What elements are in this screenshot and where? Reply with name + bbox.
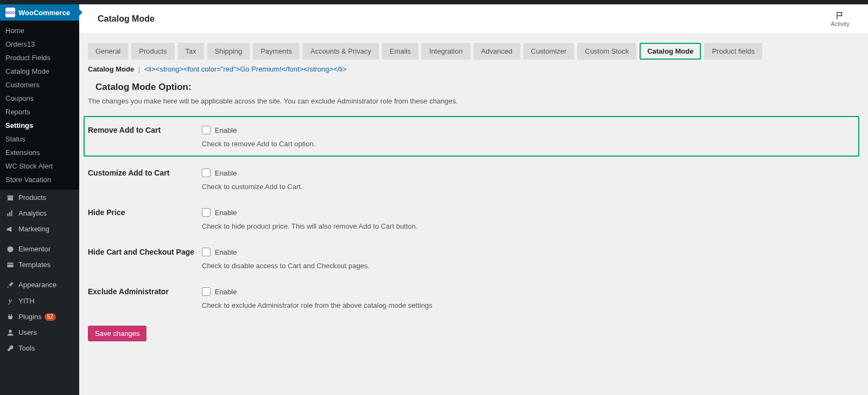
enable-label[interactable]: Enable [215, 288, 237, 296]
plugins-count-badge: 52 [44, 313, 56, 321]
sidebar-item-reports[interactable]: Reports [0, 105, 79, 119]
tab-shipping[interactable]: Shipping [207, 43, 250, 60]
sidebar-item-yith[interactable]: y YITH [0, 293, 79, 309]
woocommerce-icon: woo [5, 8, 15, 17]
row-helper: Check to disable access to Cart and Chec… [202, 262, 855, 270]
enable-label[interactable]: Enable [215, 169, 237, 177]
sidebar-item-orders[interactable]: Orders13 [0, 37, 79, 51]
customize-add-to-cart-checkbox[interactable] [202, 169, 210, 177]
chart-icon [5, 210, 15, 217]
hide-cart-checkout-checkbox[interactable] [202, 248, 210, 256]
sidebar-item-status[interactable]: Status [0, 132, 79, 146]
sidebar-item-label: Templates [18, 261, 50, 269]
tab-integration[interactable]: Integration [422, 43, 470, 60]
sidebar-item-label: Appearance [18, 281, 56, 289]
plugin-icon [5, 313, 15, 321]
row-label: Exclude Administrator [88, 287, 202, 309]
tab-emails[interactable]: Emails [382, 43, 418, 60]
svg-point-5 [7, 246, 13, 252]
sidebar-item-plugins[interactable]: Plugins 52 [0, 309, 79, 325]
main-area: Catalog Mode Activity General Products T… [79, 4, 868, 395]
sidebar-item-label: YITH [18, 297, 35, 305]
row-helper: Check to customize Add to Cart. [202, 183, 855, 191]
activity-label: Activity [831, 21, 850, 27]
svg-point-6 [9, 329, 12, 333]
sidebar-item-templates[interactable]: Templates [0, 257, 79, 273]
activity-button[interactable]: Activity [831, 11, 850, 27]
svg-rect-0 [7, 195, 13, 197]
hide-price-checkbox[interactable] [202, 208, 210, 217]
exclude-administrator-checkbox[interactable] [202, 287, 210, 296]
tab-tax[interactable]: Tax [178, 43, 204, 60]
sidebar-item-marketing[interactable]: Marketing [0, 221, 79, 237]
templates-icon [5, 261, 15, 269]
sidebar-item-label: Elementor [18, 245, 50, 253]
row-hide-price: Hide Price Enable Check to hide product … [88, 203, 859, 242]
enable-label[interactable]: Enable [215, 126, 237, 134]
archive-icon [5, 194, 15, 202]
tab-catalog-mode[interactable]: Catalog Mode [640, 43, 701, 60]
section-description: The changes you make here will be applic… [88, 97, 859, 105]
remove-add-to-cart-checkbox[interactable] [202, 126, 210, 134]
row-label: Customize Add to Cart [88, 169, 202, 191]
sidebar-item-coupons[interactable]: Coupons [0, 92, 79, 105]
sidebar-item-tools[interactable]: Tools [0, 340, 79, 356]
tab-product-fields[interactable]: Product fields [704, 43, 762, 60]
sidebar-item-catalog-mode[interactable]: Catalog Mode [0, 64, 79, 78]
svg-rect-4 [11, 210, 12, 216]
sidebar-item-analytics[interactable]: Analytics [0, 205, 79, 221]
tab-advanced[interactable]: Advanced [474, 43, 520, 60]
sidebar-item-products[interactable]: Products [0, 190, 79, 205]
sub-tabs: Catalog Mode | <li><strong><font color="… [88, 65, 859, 73]
page-header: Catalog Mode Activity [79, 4, 868, 34]
tab-custom-stock[interactable]: Custom Stock [577, 43, 636, 60]
subtab-catalog-mode[interactable]: Catalog Mode [88, 65, 134, 73]
sidebar-header-label: WooCommerce [18, 9, 70, 17]
sidebar-item-wc-stock-alert[interactable]: WC Stock Alert [0, 159, 79, 173]
brush-icon [5, 281, 15, 289]
page-title: Catalog Mode [98, 14, 155, 24]
sidebar-item-label: Tools [18, 344, 35, 352]
sidebar-item-store-vacation[interactable]: Store Vacation [0, 173, 79, 186]
tab-accounts-privacy[interactable]: Accounts & Privacy [303, 43, 379, 60]
sidebar-item-label: Users [18, 328, 37, 336]
sidebar-header-woocommerce[interactable]: woo WooCommerce [0, 4, 79, 21]
tab-customizer[interactable]: Customizer [524, 43, 575, 60]
svg-rect-3 [9, 212, 10, 216]
sidebar-item-appearance[interactable]: Appearance [0, 277, 79, 293]
sidebar-item-label: Marketing [18, 225, 49, 233]
sidebar-item-customers[interactable]: Customers [0, 78, 79, 92]
tools-icon [5, 345, 15, 352]
row-exclude-administrator: Exclude Administrator Enable Check to ex… [88, 282, 859, 321]
megaphone-icon [5, 225, 15, 233]
sidebar-item-users[interactable]: Users [0, 325, 79, 340]
tab-products[interactable]: Products [131, 43, 174, 60]
settings-tabs: General Products Tax Shipping Payments A… [88, 43, 859, 60]
section-title: Catalog Mode Option: [95, 82, 859, 93]
enable-label[interactable]: Enable [215, 209, 237, 217]
sidebar-item-product-fields[interactable]: Product Fields [0, 51, 79, 64]
row-label: Hide Price [88, 208, 202, 230]
sidebar-item-settings[interactable]: Settings [0, 119, 79, 132]
row-label: Remove Add to Cart [88, 126, 202, 148]
row-customize-add-to-cart: Customize Add to Cart Enable Check to cu… [88, 163, 859, 203]
save-changes-button[interactable]: Save changes [88, 326, 146, 341]
subtab-go-premium[interactable]: <li><strong><font color="red">Go Premium… [144, 65, 347, 73]
sidebar-item-extensions[interactable]: Extensions [0, 146, 79, 159]
sidebar-item-home[interactable]: Home [0, 24, 79, 37]
sidebar-item-label: Products [18, 193, 46, 202]
svg-rect-2 [7, 213, 8, 216]
row-label: Hide Cart and Checkout Page [88, 248, 202, 270]
row-remove-add-to-cart: Remove Add to Cart Enable Check to remov… [84, 116, 859, 157]
row-helper: Check to hide product price. This will a… [202, 222, 855, 230]
row-helper: Check to remove Add to Cart option. [202, 140, 854, 148]
elementor-icon [5, 245, 15, 253]
sidebar-item-elementor[interactable]: Elementor [0, 241, 79, 257]
flag-icon [835, 11, 845, 21]
tab-general[interactable]: General [88, 43, 128, 60]
tab-payments[interactable]: Payments [253, 43, 299, 60]
sidebar-item-label: Plugins [18, 313, 42, 321]
yith-icon: y [5, 296, 15, 305]
sidebar-item-label: Analytics [18, 209, 47, 217]
enable-label[interactable]: Enable [215, 248, 237, 256]
